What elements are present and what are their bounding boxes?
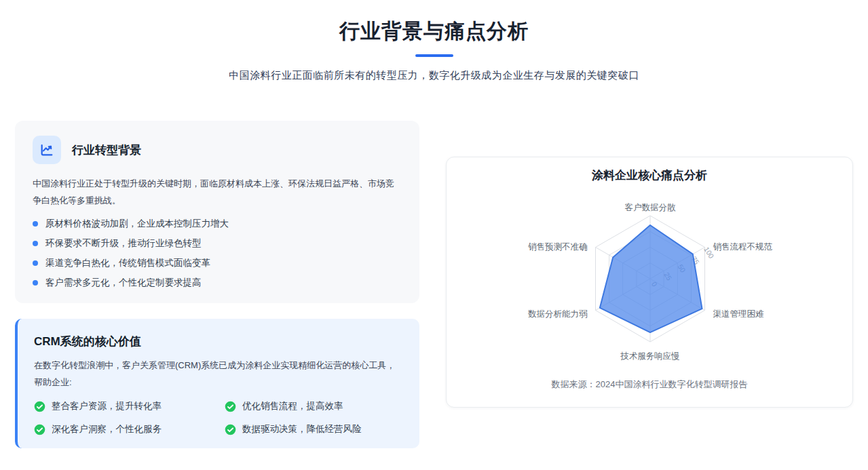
title-underline (415, 54, 453, 57)
crm-card-description: 在数字化转型浪潮中，客户关系管理(CRM)系统已成为涂料企业实现精细化运营的核心… (34, 357, 403, 391)
radar-axis-label: 客户数据分散 (625, 203, 677, 212)
check-icon (34, 424, 45, 435)
benefit-item-label: 数据驱动决策，降低经营风险 (242, 423, 362, 435)
page-subtitle: 中国涂料行业正面临前所未有的转型压力，数字化升级成为企业生存与发展的关键突破口 (0, 69, 868, 82)
challenge-item-label: 环保要求不断升级，推动行业绿色转型 (45, 237, 202, 250)
main-content: 行业转型背景 中国涂料行业正处于转型升级的关键时期，面临原材料成本上涨、环保法规… (0, 82, 868, 448)
industry-background-card: 行业转型背景 中国涂料行业正处于转型升级的关键时期，面临原材料成本上涨、环保法规… (15, 121, 419, 303)
challenge-item: 渠道竞争白热化，传统销售模式面临变革 (33, 256, 402, 270)
benefit-grid: 整合客户资源，提升转化率优化销售流程，提高效率深化客户洞察，个性化服务数据驱动决… (34, 399, 403, 436)
page-title: 行业背景与痛点分析 (0, 18, 868, 45)
bullet-dot-icon (33, 221, 38, 227)
challenge-item-label: 客户需求多元化，个性化定制要求提高 (45, 277, 202, 289)
bullet-dot-icon (33, 280, 38, 286)
background-card-title: 行业转型背景 (72, 142, 141, 158)
benefit-item-label: 深化客户洞察，个性化服务 (52, 423, 162, 435)
page: 行业背景与痛点分析 中国涂料行业正面临前所未有的转型压力，数字化升级成为企业生存… (0, 0, 868, 470)
bullet-dot-icon (33, 260, 38, 266)
bullet-dot-icon (33, 241, 38, 246)
crm-card-title: CRM系统的核心价值 (34, 334, 403, 349)
crm-value-card: CRM系统的核心价值 在数字化转型浪潮中，客户关系管理(CRM)系统已成为涂料企… (15, 319, 419, 448)
challenge-item-label: 原材料价格波动加剧，企业成本控制压力增大 (45, 218, 229, 230)
check-icon (225, 424, 236, 435)
check-icon (225, 401, 236, 412)
benefit-item-label: 整合客户资源，提升转化率 (52, 400, 162, 412)
challenge-item: 原材料价格波动加剧，企业成本控制压力增大 (33, 217, 402, 231)
benefit-item: 数据驱动决策，降低经营风险 (225, 423, 403, 436)
line-chart-icon-glyph (39, 142, 54, 157)
benefit-item-label: 优化销售流程，提高效率 (242, 400, 343, 412)
radar-axis-label: 技术服务响应慢 (620, 351, 680, 361)
card-header: 行业转型背景 (33, 136, 402, 164)
radar-axis-label: 销售流程不规范 (713, 242, 773, 252)
left-column: 行业转型背景 中国涂料行业正处于转型升级的关键时期，面临原材料成本上涨、环保法规… (15, 121, 419, 448)
data-source-caption: 数据来源：2024中国涂料行业数字化转型调研报告 (447, 378, 852, 391)
page-header: 行业背景与痛点分析 中国涂料行业正面临前所未有的转型压力，数字化升级成为企业生存… (0, 0, 868, 82)
right-column: 涂料企业核心痛点分析 0255075100客户数据分散销售流程不规范渠道管理困难… (446, 121, 853, 408)
radar-chart: 0255075100客户数据分散销售流程不规范渠道管理困难技术服务响应慢数据分析… (447, 183, 854, 373)
challenge-item: 客户需求多元化，个性化定制要求提高 (33, 276, 402, 290)
chart-card: 涂料企业核心痛点分析 0255075100客户数据分散销售流程不规范渠道管理困难… (446, 157, 853, 408)
benefit-item: 整合客户资源，提升转化率 (34, 399, 212, 413)
line-chart-icon (33, 136, 61, 164)
radar-data-polygon (600, 225, 702, 332)
check-icon (34, 401, 45, 412)
radar-axis-label: 数据分析能力弱 (528, 309, 588, 319)
challenge-list: 原材料价格波动加剧，企业成本控制压力增大环保要求不断升级，推动行业绿色转型渠道竞… (33, 217, 402, 290)
benefit-item: 优化销售流程，提高效率 (225, 399, 403, 413)
challenge-item-label: 渠道竞争白热化，传统销售模式面临变革 (45, 257, 210, 269)
radar-axis-label: 渠道管理困难 (713, 309, 765, 319)
benefit-item: 深化客户洞察，个性化服务 (34, 423, 212, 436)
radar-axis-label: 销售预测不准确 (528, 242, 588, 252)
challenge-item: 环保要求不断升级，推动行业绿色转型 (33, 237, 402, 250)
background-card-description: 中国涂料行业正处于转型升级的关键时期，面临原材料成本上涨、环保法规日益严格、市场… (33, 175, 402, 209)
chart-title: 涂料企业核心痛点分析 (447, 168, 852, 183)
